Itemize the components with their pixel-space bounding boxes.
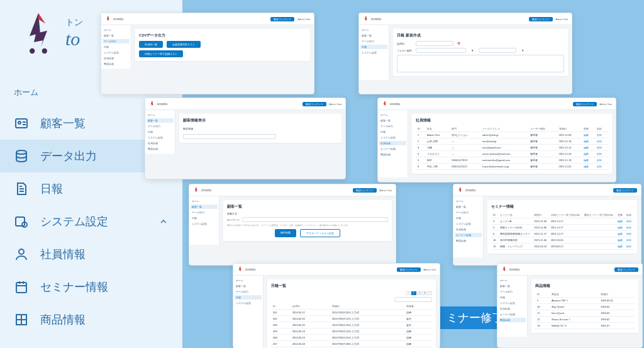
- nav-label: セミナー情報: [40, 279, 108, 295]
- thumb-report-list: tonttu 新規コンテンツAdmin Test ホーム 顧客一覧 データ出力 …: [233, 263, 440, 348]
- table-row[interactable]: 11Intra Quark1993.05: [535, 310, 635, 317]
- nav-label: 商品情報: [40, 312, 86, 327]
- nav-label: システム設定: [40, 214, 108, 229]
- csv-btn-1[interactable]: 社員別一覧: [139, 41, 163, 48]
- table-row[interactable]: 13Netball '91 ##1991.07: [535, 323, 635, 329]
- type-select[interactable]: [416, 48, 466, 53]
- memo-textarea[interactable]: [397, 55, 564, 72]
- table-row[interactable]: 1Admin Test第1セクションadmin@test.jp管理者2021.1…: [416, 132, 608, 138]
- report-table: ID訪問日登録日登録者5022024.05.222024年05月26日 入力済吉…: [271, 303, 432, 348]
- mini-logo: tonttu: [105, 15, 123, 23]
- nav-label: データ出力: [40, 149, 97, 164]
- table-row[interactable]: 12Shona Scutum #1993.02: [535, 317, 635, 323]
- table-row[interactable]: 5012024.05.202024年05月22日 入力済金沢: [271, 316, 432, 322]
- brand-script: to: [65, 28, 83, 50]
- customer-name-input[interactable]: [183, 134, 276, 139]
- table-row[interactable]: 2山本 太郎—taro@mail.jp管理者2021.11.13編集削除: [416, 138, 608, 145]
- user-label: Admin Test: [297, 18, 310, 21]
- id-card-icon: [14, 116, 29, 131]
- thumb-seminar: tonttu 新規コンテンツ ホーム 顧客一覧 データ出力 日報 システム設定 …: [453, 184, 641, 266]
- nav-label: 社員情報: [40, 247, 86, 262]
- table-row[interactable]: 4992024.05.232024年05月25日 入力済吉崎: [271, 328, 432, 335]
- brand-kana: トン: [65, 17, 83, 28]
- thumb-report-new: tonttu 新規コンテンツAdmin Test ホーム 顧客一覧 データ出力 …: [358, 13, 572, 94]
- svg-point-3: [18, 121, 21, 124]
- sidebar-item-seminar[interactable]: セミナー情報: [0, 271, 182, 303]
- table-row[interactable]: 5体験セミナー (12/4)2021.11.062021.11.27編集削除: [491, 225, 633, 231]
- svg-rect-2: [16, 119, 27, 128]
- csv-btn-2[interactable]: 会議室貸付先リスト: [167, 41, 201, 48]
- table-row[interactable]: 5002024.05.202024年05月26日 入力済金沢: [271, 322, 432, 328]
- thumb-csv-export: tonttu 新規コンテンツ Admin Test ホーム 顧客一覧 データ出力…: [101, 13, 314, 94]
- card-title: CSVデータ出力: [139, 33, 306, 38]
- grid-icon: [14, 312, 29, 327]
- document-icon: [14, 181, 29, 196]
- sub-select[interactable]: [479, 48, 516, 53]
- table-row[interactable]: 6平松 三郎09011112222h.yuzuki@actvood.co.jp管…: [416, 164, 608, 170]
- table-row[interactable]: 4イルセリン—ozcan-torikow@mail.com管理者2021.11.…: [416, 151, 608, 157]
- table-row[interactable]: 4972024.05.182024年05月18日 入力済吉崎: [271, 341, 432, 347]
- svg-rect-8: [16, 283, 26, 293]
- staff-table: ID氏名部門メールアドレスユーザー種別登録日更新削除 1Admin Test第1…: [416, 126, 608, 170]
- table-row[interactable]: 19研修・トレーニング2022.04.152023.02.27編集削除: [491, 244, 633, 250]
- csv-btn-3[interactable]: 日報セミナー等了記録リスト: [139, 50, 183, 57]
- settings-icon: [14, 214, 29, 229]
- table-row[interactable]: 10Skyr Quark1993.05: [535, 304, 635, 310]
- search-button[interactable]: 条件検索: [275, 229, 296, 237]
- product-table: ID商品名登録日5Abstract OK! #1993.05.0110Skyr …: [535, 291, 635, 329]
- gnome-icon: [20, 11, 57, 55]
- filter-button[interactable]: マスターフィルター設定: [300, 229, 340, 237]
- table-row[interactable]: 5田中09045127023external.dev@gmail.com管理者2…: [416, 157, 608, 164]
- report-search[interactable]: [394, 297, 432, 302]
- seminar-table: IDセミナー名開催日日程セミナー等了後1日目最終セミナー等了後2日目更新削除4セ…: [491, 212, 633, 250]
- database-icon: [14, 149, 29, 164]
- svg-point-0: [30, 48, 35, 53]
- svg-point-1: [42, 48, 47, 53]
- table-row[interactable]: 5Abstract OK! #1993.05.01: [535, 298, 635, 304]
- chevron-up-icon: [158, 216, 169, 227]
- thumb-staff: tonttu 新規コンテンツAdmin Test ホーム 顧客一覧 データ出力 …: [377, 98, 616, 182]
- date-input[interactable]: [416, 41, 453, 46]
- nav-label: 日報: [40, 181, 63, 196]
- user-icon: [14, 247, 29, 262]
- table-row[interactable]: 4セミナーA2021.11.042021.11.27編集削除: [491, 218, 633, 225]
- thumb-customer-list: tonttu 新規コンテンツAdmin Test ホーム 顧客一覧 データ出力 …: [189, 184, 396, 266]
- svg-rect-5: [16, 217, 25, 226]
- sidebar-item-product[interactable]: 商品情報: [0, 303, 182, 336]
- table-row[interactable]: 4982024.05.232024年05月25日 入力済吉崎: [271, 335, 432, 341]
- svg-point-4: [16, 150, 26, 154]
- nav-label: 顧客一覧: [40, 116, 86, 131]
- table-row[interactable]: 3川崎—mac@gmail.com管理者2021.11.15編集削除: [416, 145, 608, 151]
- sidebar-item-system[interactable]: システム設定: [0, 205, 182, 238]
- sidebar-item-staff[interactable]: 社員情報: [0, 238, 182, 271]
- table-row[interactable]: 5022024.05.222024年05月26日 入力済吉崎: [271, 310, 432, 316]
- thumb-product: tonttu 新規コンテンツ ホーム 顧客一覧 データ出力 日報 システム設定 …: [497, 263, 643, 348]
- table-row[interactable]: 16本日中研修内容2021.11.042022.01.05編集削除: [491, 237, 633, 244]
- search-input[interactable]: [242, 217, 388, 222]
- svg-point-7: [19, 249, 24, 254]
- calendar-icon: [14, 279, 29, 295]
- thumb-customer-detail: tonttu 新規コンテンツAdmin Test ホーム 顧客一覧 データ出力 …: [145, 98, 346, 179]
- table-row[interactable]: 6基幹説明体制研修セミナー2021.11.272021.11.27編集削除: [491, 231, 633, 237]
- new-content-button[interactable]: 新規コンテンツ: [270, 17, 294, 21]
